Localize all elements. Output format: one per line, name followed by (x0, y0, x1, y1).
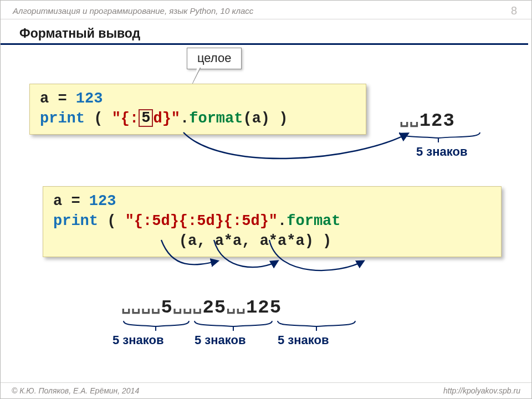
code-block-2: a = 123 print ( "{:5d}{:5d}{:5d}".format… (43, 186, 502, 257)
format-width-5: 5 (139, 109, 153, 127)
sign-label-c: 5 знаков (278, 333, 329, 347)
footer-url: http://kpolyakov.spb.ru (443, 386, 520, 395)
sign-label-b: 5 знаков (195, 333, 246, 347)
callout-integer: целое (187, 48, 242, 69)
slide-content: целое a = 123 print ( "{:5d}".format(a) … (1, 45, 531, 383)
output-2: ␣␣␣␣5␣␣␣25␣␣125 (121, 297, 282, 318)
page-number: 8 (511, 4, 517, 17)
sign-label-a: 5 знаков (112, 333, 164, 347)
sign-label-1: 5 знаков (416, 145, 468, 159)
page-title: Форматный вывод (1, 19, 528, 45)
output-1: ␣␣123 (400, 110, 455, 131)
breadcrumb-bar: Алгоритмизация и программирование, язык … (1, 1, 531, 19)
copyright: © К.Ю. Поляков, Е.А. Ерёмин, 2014 (12, 386, 139, 395)
footer: © К.Ю. Поляков, Е.А. Ерёмин, 2014 http:/… (1, 382, 531, 398)
breadcrumb: Алгоритмизация и программирование, язык … (13, 6, 253, 16)
code-block-1: a = 123 print ( "{:5d}".format(a) ) (29, 84, 366, 135)
